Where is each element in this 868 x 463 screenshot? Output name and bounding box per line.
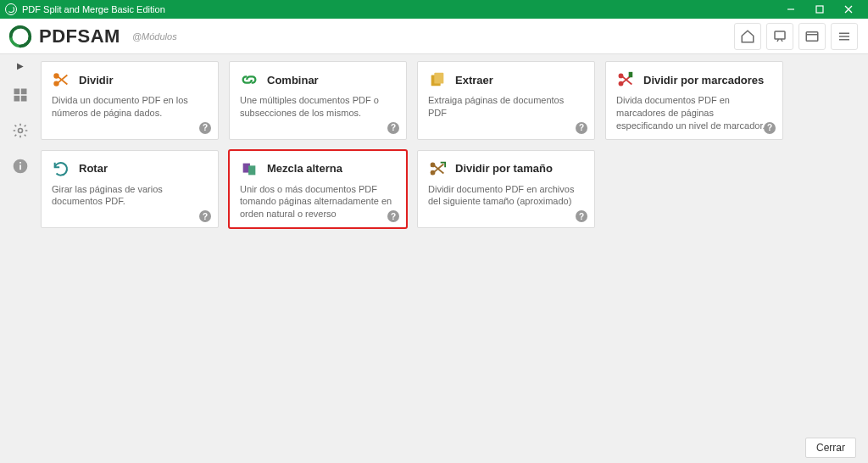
scissors-icon bbox=[52, 70, 70, 89]
logo-icon bbox=[8, 25, 32, 48]
scissors-bookmark-icon bbox=[616, 70, 635, 89]
titlebar: PDF Split and Merge Basic Edition bbox=[0, 0, 868, 19]
svg-rect-13 bbox=[21, 96, 27, 102]
module-title: Dividir bbox=[79, 74, 113, 86]
module-title: Mezcla alterna bbox=[267, 162, 342, 175]
menu-button[interactable] bbox=[831, 23, 858, 50]
scissors-size-icon bbox=[428, 159, 447, 178]
breadcrumb: @Módulos bbox=[132, 31, 177, 42]
svg-rect-10 bbox=[14, 89, 20, 95]
svg-rect-28 bbox=[629, 72, 633, 77]
svg-line-21 bbox=[58, 75, 67, 83]
help-icon[interactable]: ? bbox=[387, 122, 399, 134]
logo: PDFSAM @Módulos bbox=[8, 25, 177, 48]
svg-point-24 bbox=[619, 74, 622, 77]
module-desc: Girar las páginas de varios documentos P… bbox=[52, 183, 208, 209]
svg-rect-1 bbox=[816, 6, 823, 13]
module-desc: Extraiga páginas de documentos PDF bbox=[428, 94, 584, 120]
svg-rect-17 bbox=[19, 162, 21, 164]
svg-rect-30 bbox=[248, 165, 255, 175]
app-icon bbox=[5, 3, 17, 15]
help-icon[interactable]: ? bbox=[576, 210, 587, 222]
minimize-button[interactable] bbox=[776, 0, 805, 19]
module-title: Dividir por marcadores bbox=[643, 74, 764, 86]
sidebar: ▶ bbox=[0, 54, 41, 432]
svg-rect-11 bbox=[21, 89, 27, 95]
help-icon[interactable]: ? bbox=[199, 210, 211, 222]
notifications-button[interactable] bbox=[766, 23, 793, 50]
sidebar-info-button[interactable] bbox=[9, 155, 31, 177]
svg-rect-12 bbox=[14, 96, 20, 102]
svg-line-34 bbox=[434, 164, 443, 171]
module-title: Dividir por tamaño bbox=[455, 162, 553, 175]
svg-rect-23 bbox=[434, 73, 443, 84]
svg-rect-16 bbox=[19, 165, 21, 170]
module-card-mezcla-alterna[interactable]: Mezcla alterna Unir dos o más documentos… bbox=[229, 150, 407, 229]
module-card-dividir-marcadores[interactable]: Dividir por marcadores Divida documentos… bbox=[605, 61, 783, 140]
module-card-dividir-tamano[interactable]: Dividir por tamaño Dividir documento PDF… bbox=[417, 150, 595, 229]
topbar: PDFSAM @Módulos bbox=[0, 19, 868, 54]
svg-point-31 bbox=[431, 163, 434, 166]
maximize-button[interactable] bbox=[805, 0, 834, 19]
svg-line-26 bbox=[622, 76, 632, 84]
modules-panel: Dividir Divida un documento PDF en los n… bbox=[41, 54, 868, 432]
module-card-dividir[interactable]: Dividir Divida un documento PDF en los n… bbox=[41, 61, 219, 140]
sidebar-modules-button[interactable] bbox=[9, 84, 31, 106]
module-card-combinar[interactable]: Combinar Une múltiples documentos PDF o … bbox=[229, 61, 407, 140]
module-title: Extraer bbox=[455, 74, 493, 86]
link-icon bbox=[240, 70, 259, 89]
svg-rect-4 bbox=[775, 31, 785, 39]
sidebar-settings-button[interactable] bbox=[9, 120, 31, 142]
module-desc: Une múltiples documentos PDF o subseccio… bbox=[240, 94, 396, 120]
svg-point-32 bbox=[431, 170, 434, 174]
rotate-icon bbox=[52, 159, 70, 178]
module-desc: Divida un documento PDF en los números d… bbox=[52, 94, 208, 120]
svg-line-33 bbox=[434, 165, 443, 173]
window-close-button[interactable] bbox=[834, 0, 863, 19]
help-icon[interactable]: ? bbox=[576, 122, 587, 134]
module-card-rotar[interactable]: Rotar Girar las páginas de varios docume… bbox=[41, 150, 219, 229]
close-button[interactable]: Cerrar bbox=[805, 438, 856, 458]
help-icon[interactable]: ? bbox=[199, 122, 211, 134]
svg-point-14 bbox=[19, 129, 23, 133]
log-button[interactable] bbox=[798, 23, 826, 50]
module-desc: Dividir documento PDF en archivos del si… bbox=[428, 183, 584, 209]
help-icon[interactable]: ? bbox=[387, 210, 399, 222]
module-card-extraer[interactable]: Extraer Extraiga páginas de documentos P… bbox=[417, 61, 595, 140]
module-desc: Divida documentos PDF en marcadores de p… bbox=[616, 94, 772, 132]
extract-icon bbox=[428, 70, 447, 89]
home-button[interactable] bbox=[734, 23, 761, 50]
svg-line-20 bbox=[58, 76, 67, 84]
alternate-mix-icon bbox=[240, 159, 259, 178]
svg-rect-5 bbox=[806, 31, 818, 41]
sidebar-expand-toggle[interactable]: ▶ bbox=[17, 61, 24, 70]
footer: Cerrar bbox=[0, 432, 868, 463]
module-title: Rotar bbox=[79, 162, 108, 175]
module-desc: Unir dos o más documentos PDF tomando pá… bbox=[240, 183, 396, 221]
module-title: Combinar bbox=[267, 74, 319, 86]
svg-point-25 bbox=[619, 82, 622, 86]
window-title: PDF Split and Merge Basic Edition bbox=[22, 4, 776, 14]
help-icon[interactable]: ? bbox=[764, 122, 776, 134]
logo-text: PDFSAM bbox=[39, 25, 120, 47]
